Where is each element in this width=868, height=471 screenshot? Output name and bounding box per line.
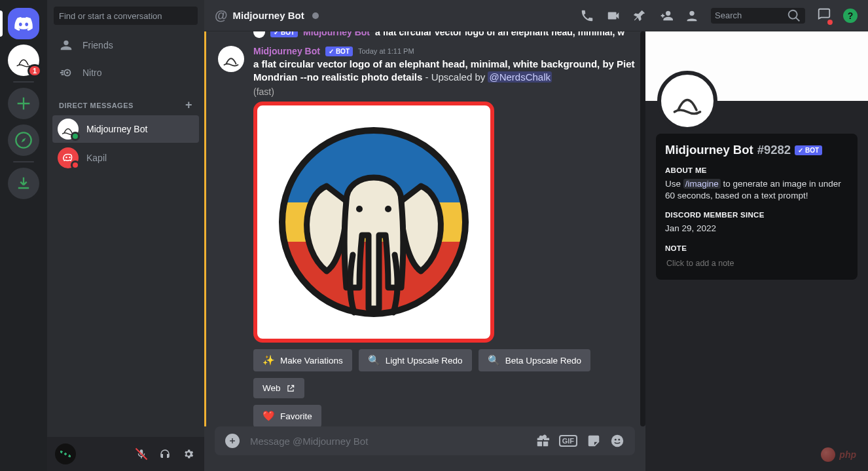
message-timestamp: Today at 1:11 PM: [358, 47, 414, 55]
user-panel: [47, 437, 204, 471]
about-heading: ABOUT ME: [665, 166, 848, 174]
slash-command: /imagine: [683, 179, 721, 189]
message-list[interactable]: ✓ BOT Midjourney Bot a flat circular vec…: [204, 31, 645, 426]
elephant-logo-icon: [276, 124, 472, 320]
action-row-3: ❤️Favorite: [253, 405, 635, 426]
gear-icon: [183, 448, 194, 460]
button-label: Beta Upscale Redo: [505, 356, 581, 366]
explore-button[interactable]: [8, 124, 39, 156]
svg-point-3: [65, 157, 67, 159]
bot-tag: ✓ BOT: [325, 47, 353, 56]
svg-point-2: [66, 71, 69, 74]
mute-button[interactable]: [131, 443, 152, 464]
midjourney-ship-icon: [221, 49, 241, 69]
light-upscale-button[interactable]: 🔍Light Upscale Redo: [359, 349, 472, 371]
deafen-button[interactable]: [154, 443, 175, 464]
dm-item-kapil[interactable]: Kapil: [52, 144, 199, 172]
server-midjourney[interactable]: 1: [8, 45, 39, 76]
note-input[interactable]: [665, 256, 848, 271]
user-settings-button[interactable]: [178, 443, 199, 464]
emoji-icon[interactable]: [610, 434, 624, 448]
button-label: Make Variations: [280, 356, 343, 366]
svg-point-5: [689, 10, 694, 15]
profile-discriminator: #9282: [757, 143, 791, 157]
web-button[interactable]: Web: [253, 378, 304, 398]
find-conversation-input[interactable]: Find or start a conversation: [54, 7, 198, 25]
sticker-icon[interactable]: [587, 434, 601, 448]
user-profile-panel: Midjourney Bot#9282 ✓ BOT ABOUT ME Use /…: [645, 31, 868, 471]
search-icon: [787, 9, 801, 23]
discord-logo-icon: [14, 14, 33, 33]
sidebar-nav: Friends Nitro: [47, 31, 204, 86]
voice-call-icon[interactable]: [580, 9, 594, 23]
server-badge: 1: [27, 64, 42, 77]
fast-suffix: (fast): [253, 86, 635, 98]
message-composer[interactable]: ＋ Message @Midjourney Bot GIF: [215, 426, 635, 455]
user-profile-icon[interactable]: [685, 9, 699, 23]
rail-separator: [13, 81, 34, 83]
message-body: a flat circular vector logo of an elepha…: [253, 58, 635, 98]
status-online-icon: [71, 132, 80, 141]
profile-body: Midjourney Bot#9282 ✓ BOT ABOUT ME Use /…: [645, 101, 868, 290]
gift-icon[interactable]: [535, 434, 550, 448]
compass-icon: [14, 131, 33, 149]
dm-sidebar: Find or start a conversation Friends Nit…: [47, 0, 204, 471]
upscaled-prefix: - Upscaled by: [422, 71, 488, 83]
download-apps-button[interactable]: [8, 168, 39, 199]
create-dm-button[interactable]: +: [185, 98, 192, 112]
add-server-button[interactable]: [8, 88, 39, 119]
author-name[interactable]: Midjourney Bot: [253, 46, 320, 56]
user-avatar: [55, 443, 76, 464]
at-icon: @: [215, 8, 228, 23]
bot-tag: ✓ BOT: [795, 145, 822, 155]
gif-button[interactable]: GIF: [559, 435, 577, 447]
dm-item-midjourney[interactable]: Midjourney Bot: [52, 115, 199, 143]
pin-icon[interactable]: [632, 9, 647, 23]
friends-link[interactable]: Friends: [52, 31, 199, 59]
avatar: [58, 119, 79, 140]
add-friend-icon[interactable]: [659, 9, 673, 23]
composer-placeholder: Message @Midjourney Bot: [250, 436, 525, 447]
message-avatar[interactable]: [218, 46, 244, 72]
svg-point-14: [615, 439, 617, 441]
svg-point-15: [618, 439, 620, 441]
avatar: [58, 147, 79, 168]
help-button[interactable]: ?: [843, 9, 858, 23]
download-icon: [14, 174, 33, 193]
action-row-1: ✨Make Variations 🔍Light Upscale Redo 🔍Be…: [253, 349, 635, 371]
home-button[interactable]: [8, 8, 39, 39]
svg-point-11: [356, 206, 363, 212]
headphones-icon: [159, 448, 171, 460]
nitro-label: Nitro: [82, 67, 102, 78]
composer-actions: GIF: [535, 434, 624, 448]
member-since-date: Jan 29, 2022: [665, 223, 848, 235]
attach-button[interactable]: ＋: [225, 434, 240, 448]
dm-header: DIRECT MESSAGES +: [47, 86, 204, 115]
dm-name: Midjourney Bot: [86, 124, 147, 134]
header-actions: Search ?: [580, 7, 858, 24]
inbox-button[interactable]: [817, 7, 831, 24]
profile-avatar[interactable]: [657, 71, 717, 131]
user-mention[interactable]: @NerdsChalk: [488, 71, 552, 83]
message-header: Midjourney Bot ✓ BOT Today at 1:11 PM: [253, 46, 635, 56]
nitro-link[interactable]: Nitro: [52, 59, 199, 86]
find-conversation-placeholder: Find or start a conversation: [59, 11, 162, 21]
beta-upscale-button[interactable]: 🔍Beta Upscale Redo: [479, 349, 590, 371]
channel-header: @ Midjourney Bot Search ?: [204, 0, 868, 31]
magnifier-icon: 🔍: [368, 354, 380, 366]
make-variations-button[interactable]: ✨Make Variations: [253, 349, 352, 371]
sparkle-icon: ✨: [262, 354, 275, 366]
video-call-icon[interactable]: [606, 9, 621, 23]
user-chip[interactable]: [52, 441, 128, 467]
status-dnd-icon: [71, 160, 80, 170]
message: Midjourney Bot ✓ BOT Today at 1:11 PM a …: [253, 31, 635, 426]
member-since-heading: DISCORD MEMBER SINCE: [665, 211, 848, 219]
svg-point-4: [69, 157, 71, 159]
profile-card: Midjourney Bot#9282 ✓ BOT ABOUT ME Use /…: [656, 134, 858, 280]
favorite-button[interactable]: ❤️Favorite: [253, 405, 321, 426]
dm-name: Kapil: [86, 153, 107, 163]
search-input[interactable]: Search: [711, 8, 805, 24]
button-label: Web: [262, 383, 281, 393]
note-heading: NOTE: [665, 244, 848, 252]
generated-image[interactable]: [253, 102, 494, 343]
